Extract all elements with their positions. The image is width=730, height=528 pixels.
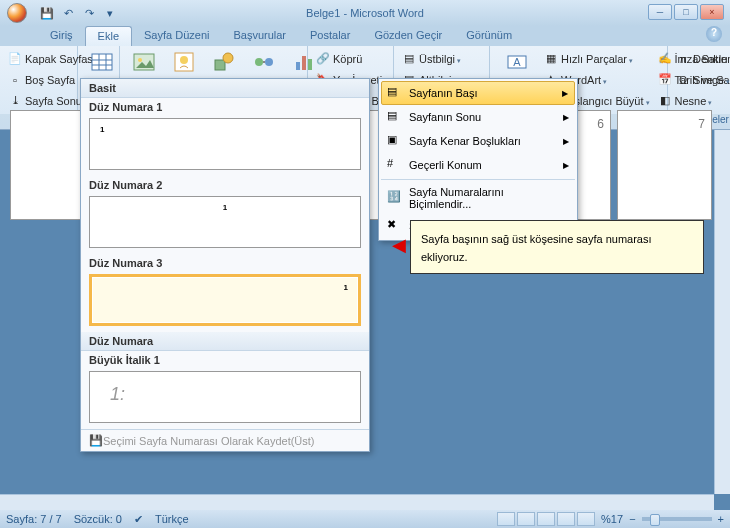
submenu-bottom-of-page[interactable]: ▤Sayfanın Sonu▶ — [381, 105, 575, 129]
submenu-page-margins[interactable]: ▣Sayfa Kenar Boşlukları▶ — [381, 129, 575, 153]
format-icon: 🔢 — [387, 190, 403, 206]
bottom-of-page-icon: ▤ — [387, 109, 403, 125]
zoom-out-button[interactable]: − — [629, 513, 635, 525]
chevron-right-icon: ▶ — [563, 137, 569, 146]
cover-page-icon: 📄 — [8, 52, 22, 66]
status-language[interactable]: Türkçe — [155, 513, 189, 525]
page-number-gallery: Basit Düz Numara 1 1 Düz Numara 2 1 Düz … — [80, 78, 370, 452]
office-logo-icon — [7, 3, 27, 23]
svg-point-10 — [223, 53, 233, 63]
save-selection-icon: 💾 — [89, 434, 103, 447]
gallery-item-duz-numara-1[interactable]: 1 — [89, 118, 361, 170]
minimize-button[interactable]: ─ — [648, 4, 672, 20]
blank-page-icon: ▫ — [8, 73, 22, 87]
gallery-item-buyuk-italik-1[interactable]: 1: — [89, 371, 361, 423]
tab-ekle[interactable]: Ekle — [85, 26, 132, 46]
view-full-screen[interactable] — [517, 512, 535, 526]
page-number-submenu: ▤Sayfanın Başı▶ ▤Sayfanın Sonu▶ ▣Sayfa K… — [378, 78, 578, 241]
gallery-section-duz-numara: Düz Numara — [81, 332, 369, 351]
status-page[interactable]: Sayfa: 7 / 7 — [6, 513, 62, 525]
picture-icon — [132, 50, 156, 74]
denklem-button[interactable]: πDenklem — [672, 48, 730, 69]
gallery-section-basit: Basit — [81, 79, 369, 98]
page-break-icon: ⤓ — [8, 94, 22, 108]
current-pos-icon: # — [387, 157, 403, 173]
hizli-parcalar-button[interactable]: ▦Hızlı Parçalar — [540, 48, 654, 69]
tab-postalar[interactable]: Postalar — [298, 26, 362, 46]
status-words[interactable]: Sözcük: 0 — [74, 513, 122, 525]
tab-giris[interactable]: Giriş — [38, 26, 85, 46]
shapes-icon — [212, 50, 236, 74]
svg-point-8 — [180, 56, 188, 64]
tab-gozden-gecir[interactable]: Gözden Geçir — [362, 26, 454, 46]
margins-icon: ▣ — [387, 133, 403, 149]
hyperlink-icon: 🔗 — [316, 52, 330, 66]
view-web-layout[interactable] — [537, 512, 555, 526]
svg-rect-0 — [92, 54, 112, 70]
gallery-item-label: Düz Numara 2 — [81, 176, 369, 194]
vertical-scrollbar[interactable] — [714, 130, 730, 494]
gallery-item-label: Düz Numara 3 — [81, 254, 369, 272]
gallery-item-label: Büyük İtalik 1 — [81, 351, 369, 369]
office-button[interactable] — [0, 0, 34, 26]
submenu-top-of-page[interactable]: ▤Sayfanın Başı▶ — [381, 81, 575, 105]
zoom-slider[interactable] — [642, 517, 712, 521]
zoom-level[interactable]: %17 — [601, 513, 623, 525]
tab-basvurular[interactable]: Başvurular — [221, 26, 298, 46]
qat-more-icon[interactable]: ▾ — [101, 4, 119, 22]
view-print-layout[interactable] — [497, 512, 515, 526]
close-button[interactable]: × — [700, 4, 724, 20]
status-bar: Sayfa: 7 / 7 Sözcük: 0 ✔ Türkçe %17 − + — [0, 510, 730, 528]
tab-gorunum[interactable]: Görünüm — [454, 26, 524, 46]
svg-rect-13 — [296, 62, 300, 70]
redo-icon[interactable]: ↷ — [80, 4, 98, 22]
chevron-right-icon: ▶ — [562, 89, 568, 98]
page-thumb[interactable]: 7 — [617, 110, 712, 220]
header-icon: ▤ — [402, 52, 416, 66]
clipart-icon — [172, 50, 196, 74]
equation-icon: π — [676, 52, 690, 66]
remove-icon: ✖ — [387, 218, 403, 234]
ribbon-tabs: Giriş Ekle Sayfa Düzeni Başvurular Posta… — [0, 26, 730, 46]
tab-sayfa-duzeni[interactable]: Sayfa Düzeni — [132, 26, 221, 46]
top-of-page-icon: ▤ — [387, 85, 403, 101]
gallery-item-duz-numara-2[interactable]: 1 — [89, 196, 361, 248]
symbol-icon: Ω — [676, 73, 690, 87]
save-icon[interactable]: 💾 — [38, 4, 56, 22]
gallery-item-label: Düz Numara 1 — [81, 98, 369, 116]
quickparts-icon: ▦ — [544, 52, 558, 66]
zoom-in-button[interactable]: + — [718, 513, 724, 525]
help-icon[interactable]: ? — [706, 26, 722, 42]
annotation-callout: Sayfa başının sağ üst köşesine sayfa num… — [410, 220, 704, 274]
title-bar: 💾 ↶ ↷ ▾ Belge1 - Microsoft Word ─ □ × — [0, 0, 730, 26]
submenu-current-position[interactable]: #Geçerli Konum▶ — [381, 153, 575, 177]
svg-point-11 — [255, 58, 263, 66]
callout-arrow-icon: ◀ — [392, 234, 406, 256]
submenu-format-page-numbers[interactable]: 🔢Sayfa Numaralarını Biçimlendir... — [381, 182, 575, 214]
window-title: Belge1 - Microsoft Word — [306, 7, 424, 19]
svg-text:A: A — [513, 56, 521, 68]
simge-button[interactable]: ΩSimge — [672, 69, 730, 90]
textbox-icon: A — [505, 50, 529, 74]
status-proofing-icon[interactable]: ✔ — [134, 513, 143, 526]
undo-icon[interactable]: ↶ — [59, 4, 77, 22]
chevron-right-icon: ▶ — [563, 161, 569, 170]
table-icon — [90, 50, 114, 74]
svg-point-6 — [138, 58, 142, 62]
svg-point-12 — [265, 58, 273, 66]
view-draft[interactable] — [577, 512, 595, 526]
maximize-button[interactable]: □ — [674, 4, 698, 20]
svg-rect-14 — [302, 56, 306, 70]
horizontal-scrollbar[interactable] — [0, 494, 714, 510]
ustbilgi-button[interactable]: ▤Üstbilgi — [398, 48, 485, 69]
gallery-item-duz-numara-3[interactable]: 1 — [89, 274, 361, 326]
svg-rect-9 — [215, 60, 225, 70]
smartart-icon — [252, 50, 276, 74]
quick-access-toolbar: 💾 ↶ ↷ ▾ — [38, 4, 119, 22]
view-outline[interactable] — [557, 512, 575, 526]
gallery-save-selection[interactable]: 💾Seçimi Sayfa Numarası Olarak Kaydet(Üst… — [81, 430, 369, 451]
chevron-right-icon: ▶ — [563, 113, 569, 122]
